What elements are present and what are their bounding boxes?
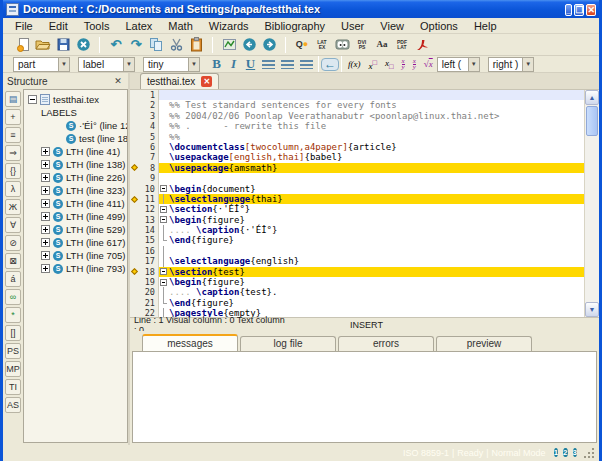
expander-icon[interactable] (41, 251, 50, 260)
code-line[interactable]: 20.... \caption{test}. (130, 287, 584, 297)
code-line[interactable]: 11\selectlanguage{thai} (130, 194, 584, 204)
chevron-down-icon[interactable]: ▼ (58, 58, 69, 71)
cyrillic-letters-icon[interactable]: Ж (5, 199, 21, 215)
code-line[interactable]: 1 (130, 90, 584, 100)
view-toggle-button-2[interactable]: 2 (563, 448, 567, 457)
code-line[interactable]: 15\end{figure} (130, 235, 584, 245)
menu-options[interactable]: Options (412, 19, 466, 33)
view-toggle-button-3[interactable]: 3 (573, 448, 577, 457)
tree-item[interactable]: SLTH (line 705) (26, 249, 127, 262)
dvi-to-ps-button[interactable]: DVIPS (352, 35, 372, 54)
resize-grip[interactable] (583, 447, 595, 459)
tree-item[interactable]: SLTH (line 138) (26, 158, 127, 171)
undo-button[interactable]: ↶ (106, 35, 126, 54)
subscript-button[interactable]: x□ (385, 58, 394, 71)
quick-build-button[interactable]: Q● (292, 35, 312, 54)
tree-item[interactable]: SLTH (line 41) (26, 145, 127, 158)
menu-help[interactable]: Help (466, 19, 505, 33)
paste-button[interactable] (186, 35, 206, 54)
fold-margin[interactable] (159, 204, 169, 214)
metapost-icon[interactable]: MP (5, 361, 21, 377)
output-tab-errors[interactable]: errors (338, 336, 434, 351)
expander-icon[interactable] (41, 147, 50, 156)
scroll-up-icon[interactable]: ▲ (585, 90, 599, 105)
editor-tab[interactable]: testthai.tex ✕ (140, 73, 219, 89)
code-line[interactable]: 21\end{figure} (130, 298, 584, 308)
greek-letters-icon[interactable]: λ (5, 181, 21, 197)
new-file-button[interactable] (13, 35, 33, 54)
next-document-button[interactable] (259, 35, 279, 54)
latex-compile-button[interactable]: LATEX (312, 35, 332, 54)
menu-view[interactable]: View (372, 19, 412, 33)
expander-icon[interactable] (41, 160, 50, 169)
view-toggle-button-1[interactable]: 1 (554, 448, 558, 457)
fold-margin[interactable] (159, 277, 169, 287)
editor-scrollbar[interactable]: ▲ ▼ (584, 90, 599, 317)
cut-button[interactable] (166, 35, 186, 54)
italic-button[interactable]: I (225, 56, 242, 72)
menu-tools[interactable]: Tools (76, 19, 118, 33)
boxed-cross-icon[interactable]: ⊠ (5, 253, 21, 269)
accents-icon[interactable]: á (5, 271, 21, 287)
code-line[interactable]: 19\begin{figure} (130, 277, 584, 287)
menu-edit[interactable]: Edit (41, 19, 76, 33)
pstricks-icon[interactable]: PS (5, 343, 21, 359)
tree-item[interactable]: SLTH (line 529) (26, 223, 127, 236)
code-line[interactable]: 6\documentclass[twocolumn,a4paper]{artic… (130, 142, 584, 152)
expander-icon[interactable] (41, 199, 50, 208)
tree-item[interactable]: SLTH (line 499) (26, 210, 127, 223)
output-tab-preview[interactable]: preview (436, 336, 532, 351)
fold-margin[interactable] (159, 184, 169, 194)
menu-file[interactable]: File (7, 19, 41, 33)
relation-symbols-icon[interactable]: + (5, 109, 21, 125)
code-line[interactable]: 14.... \caption{·'Éİ°} (130, 225, 584, 235)
tree-item[interactable]: LABELS (26, 106, 127, 119)
maximize-button[interactable]: ❐ (574, 4, 584, 16)
expander-icon[interactable] (41, 264, 50, 273)
code-line[interactable]: 5%% (130, 132, 584, 142)
inline-math-button[interactable]: f(x) (348, 59, 361, 69)
view-pdf-button[interactable] (412, 35, 432, 54)
fold-margin[interactable] (159, 215, 169, 225)
redo-button[interactable]: ↷ (126, 35, 146, 54)
expander-icon[interactable] (41, 212, 50, 221)
crossed-box-icon[interactable]: ⊘ (5, 235, 21, 251)
arrow-symbols-icon[interactable]: ⇒ (5, 145, 21, 161)
code-line[interactable]: 8\usepackage{amsmath} (130, 163, 584, 173)
display-fraction-button[interactable]: xy (413, 58, 416, 69)
delimiters-icon[interactable]: {} (5, 163, 21, 179)
menu-user[interactable]: User (333, 19, 372, 33)
code-area[interactable]: 12%% Test standard sentences for every f… (130, 90, 584, 317)
tree-item[interactable]: testthai.tex (26, 93, 127, 106)
fold-margin[interactable] (159, 267, 169, 277)
tree-item[interactable]: SLTH (line 411) (26, 197, 127, 210)
minimize-button[interactable]: _ (565, 4, 572, 16)
code-line[interactable]: 9 (130, 173, 584, 183)
asterisk-icon[interactable]: * (5, 307, 21, 323)
chevron-down-icon[interactable]: ▼ (123, 58, 134, 71)
previous-document-button[interactable] (239, 35, 259, 54)
align-center-button[interactable] (281, 60, 294, 69)
scroll-down-icon[interactable]: ▼ (585, 302, 599, 317)
brackets-icon[interactable]: [] (5, 325, 21, 341)
fold-collapse-icon[interactable] (160, 268, 167, 275)
tree-item[interactable]: S·'Éİ° (line 12) (26, 119, 127, 132)
menu-bibliography[interactable]: Bibliography (257, 19, 334, 33)
square-root-button[interactable]: √x (424, 59, 433, 69)
chevron-down-icon[interactable]: ▼ (188, 58, 199, 71)
close-button[interactable]: ✕ (586, 4, 596, 16)
tab-close-icon[interactable]: ✕ (201, 76, 212, 87)
structure-panel-close-icon[interactable]: ✕ (112, 76, 124, 86)
asymptote-icon[interactable]: AS (5, 397, 21, 413)
expander-icon[interactable] (41, 225, 50, 234)
section-combo[interactable]: part▼ (13, 57, 70, 72)
view-ps-button[interactable]: Aa (372, 35, 392, 54)
open-file-button[interactable] (33, 35, 53, 54)
fold-collapse-icon[interactable] (160, 206, 167, 213)
align-right-button[interactable] (300, 60, 313, 69)
close-file-button[interactable] (73, 35, 93, 54)
label-combo[interactable]: label▼ (78, 57, 135, 72)
left-delimiter-combo[interactable]: left (▼ (437, 57, 480, 72)
output-tab-log-file[interactable]: log file (240, 336, 336, 351)
tikz-icon[interactable]: TI (5, 379, 21, 395)
